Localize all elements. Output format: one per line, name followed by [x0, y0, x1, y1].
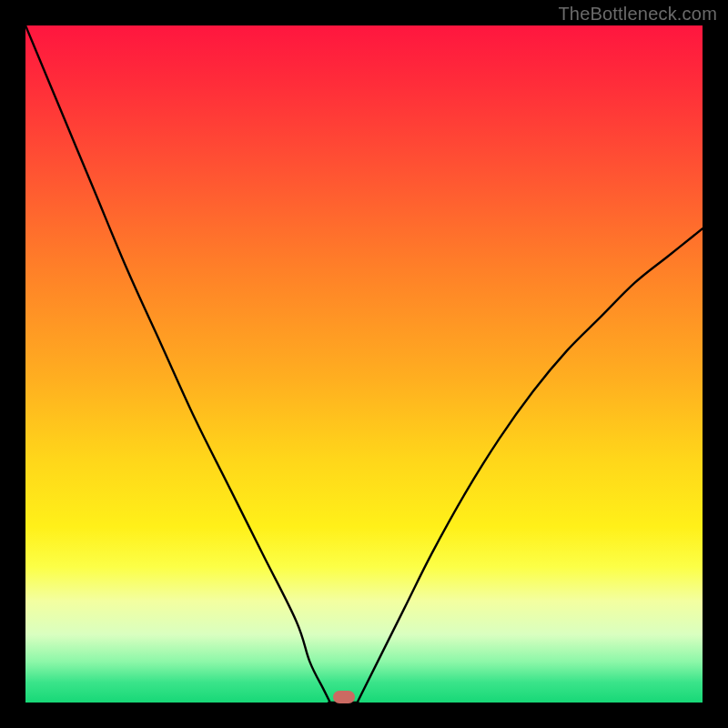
- watermark-text: TheBottleneck.com: [558, 4, 717, 25]
- optimal-point-marker: [333, 691, 355, 703]
- bottleneck-curve: [25, 25, 703, 703]
- chart-frame: TheBottleneck.com: [0, 0, 728, 728]
- plot-area: [25, 25, 703, 703]
